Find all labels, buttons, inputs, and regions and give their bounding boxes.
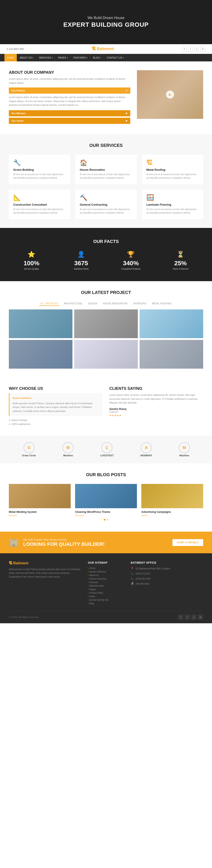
service-card-3: 📐 Construction Consultant At vero eos et… — [9, 189, 70, 219]
social-facebook[interactable]: f — [182, 46, 187, 52]
footer-top: 🏗 Batiment Nulla posuere exclipit Pellou… — [9, 561, 203, 606]
service-card-0: 🔧 Green Building At vero eos et accusamu… — [9, 155, 70, 184]
footer-link-9[interactable]: Do Not Sell My Info — [88, 599, 124, 601]
footer-links-list: Home House Collection About Us House Ins… — [88, 567, 124, 605]
phone-icon-2: 📞 — [131, 577, 134, 580]
hero-title: EXPERT BUILDING GROUP — [63, 21, 149, 28]
blog-title-2: Advertising Campaigns — [141, 510, 203, 514]
footer-social-facebook[interactable]: f — [178, 615, 183, 620]
dot-1[interactable] — [107, 519, 109, 521]
service-icon-4: 🔨 — [80, 194, 132, 201]
logo-circle-0: G — [24, 442, 35, 453]
footer-social-twitter[interactable]: t — [185, 615, 190, 620]
project-img-3[interactable] — [9, 340, 72, 369]
project-img-4[interactable] — [74, 340, 138, 369]
fact-number-2: 340% — [108, 260, 153, 267]
service-desc-2: At vero eos et accusamus et iusto odio d… — [146, 173, 199, 180]
logo-circle-4: M — [179, 442, 190, 453]
footer-social-linkedin[interactable]: in — [198, 615, 203, 620]
logo-name-2: LOGOTEXT — [100, 454, 114, 457]
blog-img-2 — [141, 484, 203, 508]
nav-about[interactable]: ABOUT US ▾ — [17, 54, 36, 61]
project-img-2[interactable] — [140, 309, 203, 338]
fact-number-1: 3675 — [59, 260, 104, 267]
footer-link-5[interactable]: Advertise Here — [88, 585, 124, 587]
tab-all-projects[interactable]: ALL PROJECTS — [39, 302, 59, 306]
service-title-1: House Renovation — [80, 168, 132, 172]
tab-house-renovation[interactable]: HOUSE RENOVATION — [102, 302, 129, 306]
tab-metal-roofing[interactable]: METAL ROOFING — [151, 302, 173, 306]
blog-card-1[interactable]: Cleaning WordPress Theme Updates — [75, 484, 137, 517]
logo-0: G Grain Circle — [22, 442, 36, 457]
cta-subtitle: We Will Create Your Dream Home — [23, 538, 105, 541]
nav-services[interactable]: SERVICES ▾ — [36, 54, 55, 61]
footer-office: BATIMENT OFFICE 📍 62 Brightwood Road DBA… — [131, 561, 203, 606]
project-tabs: ALL PROJECTS ARCHITECTURE DESIGN HOUSE R… — [9, 302, 203, 306]
tab-architecture[interactable]: ARCHITECTURE — [62, 302, 84, 306]
footer-link-2[interactable]: About Us — [88, 574, 124, 577]
service-desc-4: At vero eos et accusamus et iusto odio d… — [80, 208, 132, 215]
footer-link-4[interactable]: Services — [88, 581, 124, 584]
project-img-0[interactable] — [9, 309, 72, 338]
accordion-vision: Our Vision ▶ — [9, 118, 130, 124]
nav-blog[interactable]: BLOG ▾ — [90, 54, 104, 61]
accordion-history-header[interactable]: Our History ▼ — [9, 88, 130, 94]
footer-about-text: Nulla posuere exclipit Pellous quisque p… — [9, 567, 81, 579]
cta-left: 🏢 We Will Create Your Dream Home LOOKING… — [9, 538, 105, 547]
footer-link-1[interactable]: House Collection — [88, 570, 124, 573]
accordion-mission-header[interactable]: Our Mission ▶ — [9, 110, 130, 116]
footer-social-youtube[interactable]: y — [191, 615, 196, 620]
blog-card-0[interactable]: Metal Welding System Review — [9, 484, 71, 517]
fact-2: 🏆 340% Completed Projects — [108, 251, 153, 270]
nav-contact[interactable]: CONTACT US ▾ — [104, 54, 126, 61]
cta-button[interactable]: START A PROJECT — [173, 539, 203, 546]
project-placeholder-1 — [74, 309, 138, 338]
footer-logo-icon: 🏗 — [9, 561, 12, 565]
logo-1: M Maxilino — [62, 442, 73, 457]
service-icon-3: 📐 — [13, 194, 66, 201]
blog-pagination — [9, 517, 203, 523]
dot-active[interactable] — [104, 519, 105, 521]
footer-address: 62 Brightwood Road DBA, England — [135, 567, 170, 570]
footer-link-7[interactable]: Privacy Policy — [88, 592, 124, 594]
blog-title-0: Metal Welding System — [9, 510, 71, 514]
fact-number-3: 25% — [158, 260, 203, 267]
tab-interiors[interactable]: INTERIORS — [132, 302, 148, 306]
project-img-5[interactable] — [140, 340, 203, 369]
fact-icon-2: 🏆 — [108, 251, 153, 258]
accordion-history-body: Lorem ipsum dolor sit amet, consectetur … — [9, 94, 130, 109]
footer-logo-text: Batiment — [13, 561, 28, 565]
footer-link-8[interactable]: News — [88, 595, 124, 598]
why-featured-label: Expert solutions — [12, 396, 99, 400]
logo-name-0: Grain Circle — [22, 454, 36, 457]
facts-section: OUR FACTS ⭐ 100% Service Quality 👤 3675 … — [0, 228, 212, 281]
nav-features[interactable]: FEATURES ▾ — [71, 54, 90, 61]
blog-card-2[interactable]: Advertising Campaigns Views — [141, 484, 203, 517]
blog-img-0 — [9, 484, 71, 508]
accordion-mission: Our Mission ▶ — [9, 110, 130, 116]
footer-link-3[interactable]: House Insurance — [88, 578, 124, 580]
tab-design[interactable]: DESIGN — [87, 302, 98, 306]
client-name: Sandra Ruisq — [109, 407, 203, 411]
accordion-vision-header[interactable]: Our Vision ▶ — [9, 118, 130, 124]
footer-fax: 190-468-5002 — [135, 582, 149, 586]
why-clients-section: WHY CHOOSE US Expert solutions Nulla pos… — [0, 377, 212, 436]
footer-link-10[interactable]: Blog — [88, 602, 124, 605]
project-img-1[interactable] — [74, 309, 138, 338]
blog-category-2: Views — [141, 515, 203, 517]
services-grid: 🔧 Green Building At vero eos et accusamu… — [9, 155, 203, 219]
social-twitter[interactable]: t — [188, 46, 193, 52]
nav-home[interactable]: HOME — [4, 54, 17, 61]
blog-category-1: Updates — [75, 515, 137, 517]
play-button[interactable]: ▶ — [166, 91, 174, 98]
logo-circle-3: A — [141, 442, 152, 453]
fact-label-2: Completed Projects — [108, 268, 153, 270]
nav-pages[interactable]: PAGES ▾ — [55, 54, 71, 61]
footer-link-0[interactable]: Home — [88, 567, 124, 569]
social-youtube[interactable]: y — [194, 46, 199, 52]
accordion-vision-label: Our Vision — [11, 120, 24, 122]
footer-link-6[interactable]: Pages — [88, 588, 124, 591]
client-stars: ★★★★★ — [109, 414, 203, 417]
social-linkedin[interactable]: in — [201, 46, 205, 52]
footer-copyright: © Theme. All Rights Reserved. — [9, 616, 39, 618]
